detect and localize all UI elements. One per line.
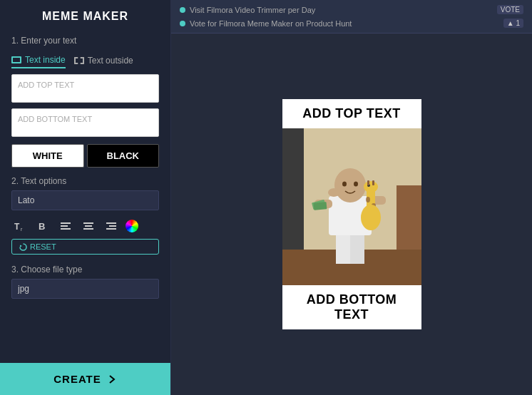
left-panel: MEME MAKER 1. Enter your text Text insid… bbox=[0, 0, 171, 395]
meme-bottom-text: ADD BOTTOM TEXT bbox=[282, 285, 421, 329]
format-toolbar: T r B bbox=[0, 213, 170, 239]
notif-item-1: Visit Filmora Video Trimmer per Day VOTE bbox=[171, 3, 532, 16]
file-type-section: 3. Choose file type bbox=[0, 260, 170, 302]
svg-point-24 bbox=[354, 182, 358, 187]
svg-rect-7 bbox=[85, 225, 92, 227]
svg-point-25 bbox=[328, 188, 339, 197]
svg-text:B: B bbox=[39, 221, 45, 232]
text-inputs-container bbox=[0, 74, 170, 137]
tab-text-outside[interactable]: Text outside bbox=[74, 53, 133, 68]
tab-text-outside-label: Text outside bbox=[88, 56, 133, 66]
meme-image-svg bbox=[282, 128, 421, 285]
color-buttons-row: WHITE BLACK bbox=[0, 137, 170, 168]
svg-point-28 bbox=[366, 197, 370, 202]
tab-text-inside-label: Text inside bbox=[25, 55, 66, 65]
align-left-button[interactable] bbox=[57, 219, 74, 233]
notif-text-1: Visit Filmora Video Trimmer per Day bbox=[190, 6, 315, 14]
notif-dot-2 bbox=[180, 21, 185, 26]
bold-button[interactable]: B bbox=[34, 219, 51, 233]
tab-text-inside[interactable]: Text inside bbox=[11, 53, 66, 68]
notif-badge-1[interactable]: VOTE bbox=[497, 5, 523, 14]
tab-row: Text inside Text outside bbox=[0, 50, 170, 74]
notif-dot-1 bbox=[180, 7, 185, 13]
meme-preview-area: ADD TOP TEXT bbox=[171, 34, 532, 395]
align-center-button[interactable] bbox=[80, 219, 97, 233]
file-type-input[interactable] bbox=[11, 279, 159, 299]
bold-icon: B bbox=[37, 220, 48, 232]
align-right-button[interactable] bbox=[103, 219, 120, 233]
svg-marker-12 bbox=[20, 245, 22, 247]
meme-top-text: ADD TOP TEXT bbox=[282, 99, 421, 128]
svg-text:r: r bbox=[21, 227, 23, 232]
white-color-button[interactable]: WHITE bbox=[11, 144, 84, 168]
create-button[interactable]: CREATE bbox=[0, 363, 170, 395]
svg-point-22 bbox=[334, 168, 366, 202]
align-center-icon bbox=[83, 220, 94, 232]
svg-rect-3 bbox=[61, 222, 71, 224]
text-inside-icon bbox=[11, 56, 21, 63]
bottom-text-input[interactable] bbox=[11, 108, 159, 137]
step3-label: 3. Choose file type bbox=[11, 265, 159, 275]
create-label: CREATE bbox=[53, 373, 101, 385]
notif-badge-2[interactable]: ▲ 1 bbox=[503, 19, 523, 28]
svg-rect-5 bbox=[61, 228, 71, 230]
svg-point-23 bbox=[342, 182, 347, 187]
svg-rect-31 bbox=[367, 180, 369, 185]
notif-text-2: Vote for Filmora Meme Maker on Product H… bbox=[190, 19, 352, 28]
reset-icon bbox=[19, 243, 27, 251]
meme-container: ADD TOP TEXT bbox=[282, 99, 421, 329]
svg-rect-9 bbox=[106, 222, 116, 224]
font-size-button[interactable]: T r bbox=[11, 219, 29, 233]
font-input[interactable] bbox=[11, 190, 159, 210]
svg-rect-6 bbox=[83, 222, 93, 224]
align-right-icon bbox=[106, 220, 117, 232]
color-picker-button[interactable] bbox=[126, 220, 138, 232]
step2-label: 2. Text options bbox=[11, 176, 159, 186]
meme-image-area bbox=[282, 128, 421, 285]
font-size-icon: T r bbox=[14, 220, 26, 232]
align-left-icon bbox=[60, 220, 71, 232]
svg-rect-10 bbox=[109, 225, 116, 227]
notification-bar: Visit Filmora Video Trimmer per Day VOTE… bbox=[171, 0, 532, 34]
step1-label: 1. Enter your text bbox=[0, 30, 170, 50]
svg-point-27 bbox=[364, 181, 378, 193]
svg-rect-4 bbox=[61, 225, 68, 227]
black-color-button[interactable]: BLACK bbox=[87, 144, 160, 168]
svg-rect-11 bbox=[106, 228, 116, 230]
svg-text:T: T bbox=[14, 222, 20, 232]
svg-rect-35 bbox=[313, 202, 327, 210]
app-title: MEME MAKER bbox=[0, 0, 170, 30]
svg-point-33 bbox=[361, 205, 381, 230]
svg-rect-8 bbox=[83, 228, 93, 230]
reset-label: RESET bbox=[30, 242, 56, 251]
top-text-input[interactable] bbox=[11, 74, 159, 103]
notif-item-2: Vote for Filmora Meme Maker on Product H… bbox=[171, 16, 532, 30]
chevron-right-icon bbox=[107, 374, 117, 384]
text-outside-icon bbox=[74, 57, 84, 64]
reset-button[interactable]: RESET bbox=[11, 239, 159, 255]
right-panel: Visit Filmora Video Trimmer per Day VOTE… bbox=[171, 0, 532, 395]
text-options-section: 2. Text options bbox=[0, 168, 170, 213]
svg-rect-32 bbox=[372, 180, 374, 185]
